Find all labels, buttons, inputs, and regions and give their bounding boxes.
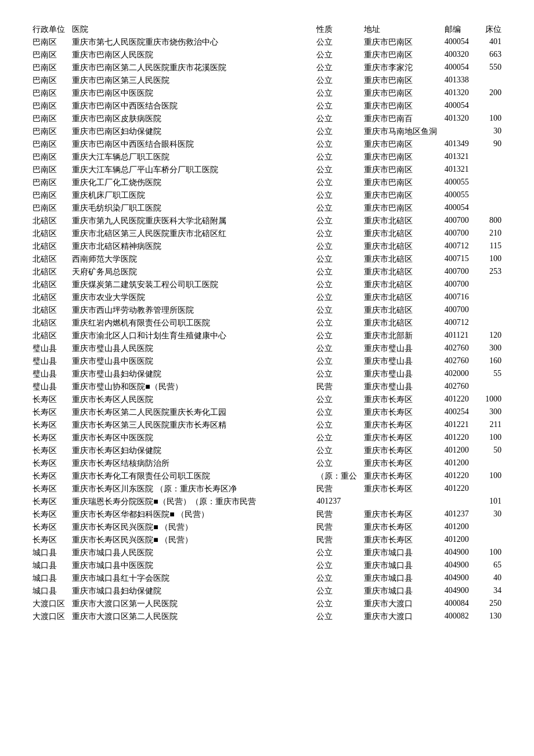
- cell-admin: 长寿区: [29, 406, 68, 419]
- cell-beds: 1000: [476, 393, 505, 406]
- cell-admin: 巴南区: [29, 36, 68, 49]
- cell-address: 重庆市北碚区: [360, 317, 441, 330]
- cell-beds: [476, 304, 505, 317]
- cell-admin: 巴南区: [29, 138, 68, 151]
- cell-address: 重庆市长寿区: [360, 508, 441, 521]
- cell-beds: 30: [476, 125, 505, 138]
- cell-zip: 400054: [441, 100, 476, 113]
- cell-beds: 55: [476, 368, 505, 381]
- cell-hospital: 重庆市第九人民医院重庆医科大学北碚附属: [68, 215, 313, 227]
- table-row: 巴南区重庆市巴南区第三人民医院公立重庆市巴南区401338: [29, 74, 505, 87]
- cell-beds: 100: [476, 113, 505, 125]
- cell-address: 重庆市城口县: [360, 559, 441, 572]
- cell-admin: 长寿区: [29, 432, 68, 444]
- cell-address: 重庆市巴南区: [360, 74, 441, 87]
- cell-beds: 100: [476, 547, 505, 559]
- cell-admin: 北碚区: [29, 317, 68, 330]
- cell-nature: 公立: [313, 74, 360, 87]
- cell-hospital: 天府矿务局总医院: [68, 266, 313, 278]
- cell-beds: 100: [476, 253, 505, 266]
- cell-beds: [476, 151, 505, 164]
- cell-admin: 北碚区: [29, 278, 68, 291]
- cell-address: 重庆市巴南区: [360, 176, 441, 189]
- cell-nature: 公立: [313, 291, 360, 304]
- cell-nature: 公立: [313, 266, 360, 278]
- cell-admin: 北碚区: [29, 266, 68, 278]
- cell-zip: 400055: [441, 189, 476, 202]
- table-row: 城口县重庆市城口县红十字会医院公立重庆市城口县40490040: [29, 572, 505, 585]
- cell-zip: 400700: [441, 215, 476, 227]
- cell-admin: 北碚区: [29, 304, 68, 317]
- cell-address: 重庆市北碚区: [360, 253, 441, 266]
- cell-nature: 公立: [313, 355, 360, 368]
- cell-admin: 长寿区: [29, 444, 68, 457]
- cell-admin: 长寿区: [29, 483, 68, 495]
- table-row: 长寿区重庆市长寿区川东医院 （原：重庆市长寿区净民营重庆市长寿区401220: [29, 483, 505, 495]
- cell-address: 重庆市长寿区: [360, 419, 441, 432]
- cell-admin: 长寿区: [29, 470, 68, 483]
- cell-hospital: 重庆市璧山县中医医院: [68, 355, 313, 368]
- cell-address: 重庆市巴南区: [360, 100, 441, 113]
- cell-hospital: 重庆市长寿区川东医院 （原：重庆市长寿区净: [68, 483, 313, 495]
- cell-zip: 400054: [441, 202, 476, 215]
- cell-nature: 公立: [313, 100, 360, 113]
- table-row: 城口县重庆市城口县人民医院公立重庆市城口县404900100: [29, 547, 505, 559]
- cell-beds: [476, 100, 505, 113]
- cell-nature: 公立: [313, 559, 360, 572]
- cell-nature: 公立: [313, 598, 360, 610]
- cell-beds: [476, 74, 505, 87]
- cell-zip: 400700: [441, 304, 476, 317]
- cell-zip: 404900: [441, 572, 476, 585]
- cell-hospital: 重庆市巴南区中西医结合眼科医院: [68, 138, 313, 151]
- cell-hospital: 重庆市巴南区人民医院: [68, 49, 313, 62]
- cell-address: [360, 495, 441, 508]
- cell-beds: 210: [476, 227, 505, 240]
- cell-admin: 巴南区: [29, 202, 68, 215]
- cell-nature: 公立: [313, 138, 360, 151]
- cell-beds: [476, 176, 505, 189]
- cell-zip: 402760: [441, 355, 476, 368]
- cell-nature: 公立: [313, 36, 360, 49]
- cell-nature: 公立: [313, 547, 360, 559]
- cell-address: 重庆市大渡口: [360, 598, 441, 610]
- cell-nature: 公立: [313, 189, 360, 202]
- cell-nature: 公立: [313, 572, 360, 585]
- table-row: 长寿区重庆瑞恩长寿分院医院■（民营）（原：重庆市民营401237101: [29, 495, 505, 508]
- cell-admin: 大渡口区: [29, 598, 68, 610]
- cell-nature: 公立: [313, 317, 360, 330]
- table-row: 长寿区重庆市长寿区民兴医院■ （民营）民营重庆市长寿区401200: [29, 534, 505, 547]
- table-row: 璧山县重庆市璧山县中医医院公立重庆市璧山县402760160: [29, 355, 505, 368]
- cell-admin: 北碚区: [29, 330, 68, 342]
- cell-zip: 400712: [441, 317, 476, 330]
- cell-hospital: 重庆市北碚区第三人民医院重庆市北碚区红: [68, 227, 313, 240]
- table-row: 长寿区重庆市长寿区妇幼保健院公立重庆市长寿区40120050: [29, 444, 505, 457]
- cell-beds: 663: [476, 49, 505, 62]
- cell-address: 重庆市巴南区: [360, 164, 441, 176]
- cell-nature: 公立: [313, 419, 360, 432]
- cell-address: 重庆市巴南百: [360, 113, 441, 125]
- cell-admin: 北碚区: [29, 253, 68, 266]
- cell-nature: 公立: [313, 227, 360, 240]
- cell-zip: 401320: [441, 113, 476, 125]
- cell-admin: 北碚区: [29, 215, 68, 227]
- cell-zip: 400716: [441, 291, 476, 304]
- cell-address: 重庆市长寿区: [360, 406, 441, 419]
- cell-admin: 城口县: [29, 559, 68, 572]
- cell-zip: 401220: [441, 393, 476, 406]
- cell-zip: 400054: [441, 62, 476, 74]
- cell-zip: 400054: [441, 36, 476, 49]
- cell-hospital: 重庆毛纺织染厂职工医院: [68, 202, 313, 215]
- table-row: 北碚区重庆红岩内燃机有限责任公司职工医院公立重庆市北碚区400712: [29, 317, 505, 330]
- cell-beds: 120: [476, 330, 505, 342]
- cell-hospital: 重庆市农业大学医院: [68, 291, 313, 304]
- cell-zip: 401321: [441, 151, 476, 164]
- cell-address: 重庆市璧山县: [360, 355, 441, 368]
- cell-address: 重庆市城口县: [360, 547, 441, 559]
- cell-hospital: 重庆市璧山县妇幼保健院: [68, 368, 313, 381]
- cell-hospital: 重庆市西山坪劳动教养管理所医院: [68, 304, 313, 317]
- cell-beds: 200: [476, 87, 505, 100]
- cell-nature: 公立: [313, 330, 360, 342]
- table-row: 城口县重庆市城口县中医医院公立重庆市城口县40490065: [29, 559, 505, 572]
- cell-nature: （原：重公: [313, 470, 360, 483]
- table-row: 北碚区重庆市北碚区第三人民医院重庆市北碚区红公立重庆市北碚区400700210: [29, 227, 505, 240]
